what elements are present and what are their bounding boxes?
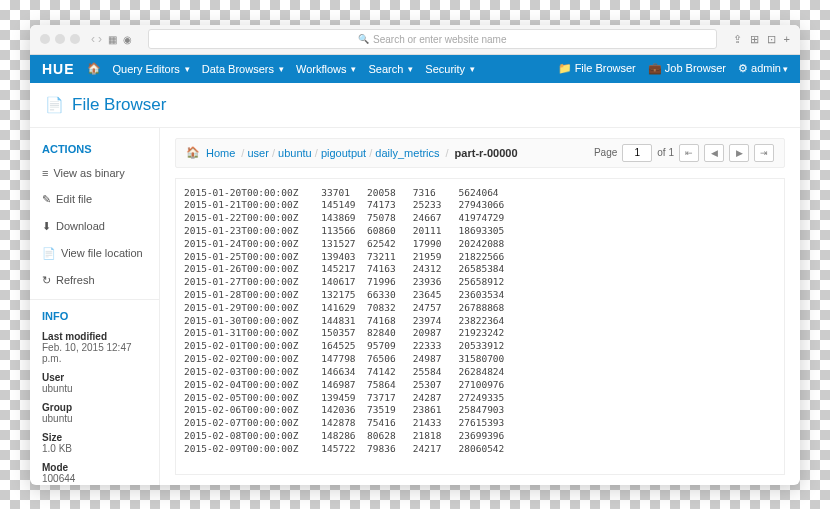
action-icon: ⬇ — [42, 220, 51, 233]
action-icon: ↻ — [42, 274, 51, 287]
info-heading: INFO — [30, 305, 159, 327]
share-icon[interactable]: ⇪ — [733, 33, 742, 46]
menu-search[interactable]: Search — [368, 63, 413, 75]
last-page-button[interactable]: ⇥ — [754, 144, 774, 162]
action-label: Edit file — [56, 193, 92, 205]
shield-icon[interactable]: ◉ — [123, 34, 132, 45]
file-content: 2015-01-20T00:00:00Z 33701 20058 7316 56… — [175, 178, 785, 475]
breadcrumb-pigoutput[interactable]: pigoutput — [321, 147, 366, 159]
info-user: Userubuntu — [30, 368, 159, 398]
separator: / — [369, 147, 372, 159]
first-page-button[interactable]: ⇤ — [679, 144, 699, 162]
forward-icon[interactable]: › — [98, 32, 102, 46]
separator: / — [241, 147, 244, 159]
action-icon: ✎ — [42, 193, 51, 206]
separator: / — [315, 147, 318, 159]
breadcrumb-daily_metrics[interactable]: daily_metrics — [375, 147, 439, 159]
page-title: File Browser — [72, 95, 166, 115]
next-page-button[interactable]: ▶ — [729, 144, 749, 162]
main-panel: 🏠 Home / user / ubuntu / pigoutput / dai… — [160, 128, 800, 485]
breadcrumb-user[interactable]: user — [247, 147, 268, 159]
breadcrumb: 🏠 Home / user / ubuntu / pigoutput / dai… — [175, 138, 785, 168]
breadcrumb-current: part-r-00000 — [455, 147, 518, 159]
action-icon: ≡ — [42, 167, 48, 179]
info-size: Size1.0 KB — [30, 428, 159, 458]
zoom-dot[interactable] — [70, 34, 80, 44]
breadcrumb-ubuntu[interactable]: ubuntu — [278, 147, 312, 159]
menu-query-editors[interactable]: Query Editors — [113, 63, 190, 75]
sidebar-icon[interactable]: ▦ — [108, 34, 117, 45]
sidebar: ACTIONS ≡View as binary✎Edit file⬇Downlo… — [30, 128, 160, 485]
pager: Page of 1 ⇤ ◀ ▶ ⇥ — [594, 144, 774, 162]
hue-navbar: HUE 🏠 Query EditorsData BrowsersWorkflow… — [30, 55, 800, 83]
info-last-modified: Last modifiedFeb. 10, 2015 12:47 p.m. — [30, 327, 159, 368]
menu-security[interactable]: Security — [425, 63, 475, 75]
url-bar[interactable]: Search or enter website name — [148, 29, 717, 49]
window-controls — [40, 34, 80, 44]
separator: / — [446, 147, 449, 159]
divider — [30, 299, 159, 300]
action-label: Refresh — [56, 274, 95, 286]
action-view-file-location[interactable]: 📄View file location — [30, 240, 159, 267]
download-icon[interactable]: ⊞ — [750, 33, 759, 46]
nav-admin[interactable]: ⚙ admin — [738, 62, 788, 75]
action-download[interactable]: ⬇Download — [30, 213, 159, 240]
home-icon[interactable]: 🏠 — [186, 146, 200, 159]
nav-arrows: ‹ › — [91, 32, 102, 46]
nav-job-browser[interactable]: 💼 Job Browser — [648, 62, 726, 75]
separator: / — [272, 147, 275, 159]
page-header: 📄 File Browser — [30, 83, 800, 128]
breadcrumb-home[interactable]: Home — [206, 147, 235, 159]
prev-page-button[interactable]: ◀ — [704, 144, 724, 162]
page-label: Page — [594, 147, 617, 158]
info-mode: Mode100644 — [30, 458, 159, 485]
close-dot[interactable] — [40, 34, 50, 44]
page-input[interactable] — [622, 144, 652, 162]
nav-file-browser[interactable]: 📁 File Browser — [558, 62, 636, 75]
page-of: of 1 — [657, 147, 674, 158]
action-label: View file location — [61, 247, 143, 259]
browser-toolbar: ‹ › ▦ ◉ Search or enter website name ⇪ ⊞… — [30, 25, 800, 55]
actions-heading: ACTIONS — [30, 138, 159, 160]
menu-data-browsers[interactable]: Data Browsers — [202, 63, 284, 75]
file-icon: 📄 — [45, 96, 64, 114]
tabs-icon[interactable]: ⊡ — [767, 33, 776, 46]
action-edit-file[interactable]: ✎Edit file — [30, 186, 159, 213]
menu-workflows[interactable]: Workflows — [296, 63, 357, 75]
hue-logo[interactable]: HUE — [42, 61, 75, 77]
action-icon: 📄 — [42, 247, 56, 260]
back-icon[interactable]: ‹ — [91, 32, 95, 46]
action-label: Download — [56, 220, 105, 232]
minimize-dot[interactable] — [55, 34, 65, 44]
add-tab-icon[interactable]: + — [784, 33, 790, 46]
action-label: View as binary — [53, 167, 124, 179]
home-icon[interactable]: 🏠 — [87, 62, 101, 75]
action-view-as-binary[interactable]: ≡View as binary — [30, 160, 159, 186]
action-refresh[interactable]: ↻Refresh — [30, 267, 159, 294]
info-group: Groupubuntu — [30, 398, 159, 428]
